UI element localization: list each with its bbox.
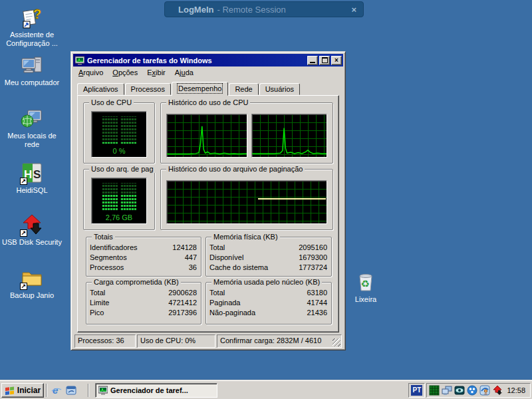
start-button[interactable]: Iniciar bbox=[1, 383, 44, 398]
folder-icon: ↗ bbox=[20, 266, 44, 290]
title-bar[interactable]: Gerenciador de tarefas do Windows × bbox=[73, 54, 343, 66]
desktop-icon-usb-disk-security[interactable]: ↗ USB Disk Security bbox=[0, 213, 64, 247]
windows-logo-icon bbox=[5, 386, 15, 395]
heidisql-icon: H S ↗ bbox=[20, 161, 44, 185]
group-label: Memória usada pelo núcleo (KB) bbox=[211, 278, 322, 286]
logmein-tray-icon[interactable] bbox=[467, 385, 477, 396]
task-manager-app-icon bbox=[98, 386, 108, 395]
pagefile-history-group: Histórico do uso do arquivo de paginação bbox=[160, 169, 333, 230]
desktop-icon-meu-computador[interactable]: Meu computador bbox=[0, 53, 64, 87]
tab-strip: Aplicativos Processos Desempenho Rede Us… bbox=[77, 81, 339, 95]
pagefile-usage-gauge: 2,76 GB bbox=[91, 178, 147, 224]
status-commit: Confirmar carga: 2832M / 4610 bbox=[217, 334, 342, 348]
desktop-icon-label: Lixeira bbox=[355, 295, 376, 304]
shortcut-arrow-icon: ↗ bbox=[20, 283, 27, 290]
svg-text:S: S bbox=[33, 168, 41, 181]
menu-ajuda[interactable]: Ajuda bbox=[170, 67, 198, 78]
tab-rede[interactable]: Rede bbox=[229, 83, 258, 95]
pagefile-usage-group: Uso do arq. de pag 2,76 GB bbox=[83, 169, 155, 230]
logmein-brand: LogMeIn bbox=[178, 5, 213, 15]
desktop-icon-meus-locais[interactable]: Meus locais de rede bbox=[0, 106, 64, 149]
commit-charge-group: Carga comprometida (KB) Total2900628 Lim… bbox=[86, 282, 201, 325]
taskbar-divider bbox=[46, 384, 47, 397]
group-label: Histórico do uso do arquivo de paginação bbox=[166, 165, 305, 173]
quick-launch-explorer-icon[interactable] bbox=[64, 383, 78, 398]
usb-disk-security-icon: ↗ bbox=[20, 213, 44, 237]
language-indicator[interactable]: PT bbox=[408, 383, 425, 398]
task-manager-app-icon bbox=[75, 56, 84, 65]
desktop-icon-label: HeidiSQL bbox=[16, 186, 47, 195]
table-row: Não-paginada21436 bbox=[206, 308, 331, 318]
logmein-session-label: - Remote Session bbox=[217, 5, 285, 15]
status-bar: Processos: 36 Uso de CPU: 0% Confirmar c… bbox=[74, 334, 342, 348]
cpu-usage-gauge: 0 % bbox=[91, 111, 147, 158]
svg-text:♻: ♻ bbox=[361, 278, 370, 289]
table-row: Segmentos447 bbox=[86, 253, 201, 263]
tab-desempenho[interactable]: Desempenho bbox=[172, 82, 228, 96]
network-places-icon bbox=[20, 106, 44, 130]
menu-arquivo[interactable]: Arquivo bbox=[74, 67, 108, 78]
recycle-bin-icon: ♻ bbox=[354, 270, 378, 294]
group-label: Uso de CPU bbox=[89, 98, 134, 106]
task-manager-window: Gerenciador de tarefas do Windows × Arqu… bbox=[70, 51, 346, 350]
desktop-icon-label: Assistente de Configuração ... bbox=[0, 31, 64, 48]
resize-grip[interactable] bbox=[332, 338, 340, 346]
group-label: Carga comprometida (KB) bbox=[92, 278, 181, 286]
taskbar-button-task-manager[interactable]: Gerenciador de taref... bbox=[95, 383, 217, 398]
table-row: Identificadores124128 bbox=[86, 243, 201, 253]
group-label: Histórico do uso de CPU bbox=[166, 98, 250, 106]
desktop-icon-assistente[interactable]: ? Assistente de Configuração ... bbox=[0, 5, 64, 48]
status-processes: Processos: 36 bbox=[74, 334, 136, 348]
taskbar-clock[interactable]: 12:58 bbox=[505, 386, 528, 394]
table-row: Processos36 bbox=[86, 263, 201, 273]
eye-monitor-icon[interactable] bbox=[454, 385, 465, 396]
tray-icons-area: 12:58 bbox=[426, 383, 531, 398]
menu-opcoes[interactable]: Opções bbox=[108, 67, 142, 78]
physical-memory-group: Memória física (KB) Total2095160 Disponí… bbox=[205, 237, 332, 277]
cpu-usage-value: 0 % bbox=[92, 147, 146, 155]
performance-tab-page: Uso de CPU 0 % Histórico do uso de CPU U… bbox=[77, 95, 339, 332]
maximize-button[interactable] bbox=[319, 56, 330, 65]
group-label: Uso do arq. de pag bbox=[89, 165, 156, 173]
desktop-icon-backup-janio[interactable]: ↗ Backup Janio bbox=[0, 266, 64, 300]
tab-aplicativos[interactable]: Aplicativos bbox=[77, 83, 124, 95]
network-computers-icon[interactable] bbox=[442, 385, 452, 396]
cpu-history-graph-2 bbox=[251, 114, 327, 158]
tab-processos[interactable]: Processos bbox=[125, 83, 171, 95]
close-button[interactable]: × bbox=[331, 56, 342, 65]
table-row: Total2095160 bbox=[206, 243, 331, 253]
shortcut-arrow-icon: ↗ bbox=[20, 229, 27, 237]
wizard-icon: ? bbox=[20, 5, 44, 29]
desktop-icon-label: USB Disk Security bbox=[2, 238, 62, 247]
window-title: Gerenciador de tarefas do Windows bbox=[87, 57, 306, 65]
desktop-icon-label: Meu computador bbox=[5, 78, 60, 87]
network-activity-icon[interactable] bbox=[429, 385, 440, 396]
taskbar-divider bbox=[88, 384, 89, 397]
table-row: Limite4721412 bbox=[86, 298, 201, 308]
cpu-history-group: Histórico do uso de CPU bbox=[160, 102, 333, 164]
quick-launch-ie-icon[interactable]: e bbox=[49, 383, 64, 398]
table-row: Disponível1679300 bbox=[206, 253, 331, 263]
desktop-icon-lixeira[interactable]: ♻ Lixeira bbox=[339, 270, 392, 304]
system-tray: PT 12:58 bbox=[408, 383, 531, 398]
shortcut-arrow-icon: ↗ bbox=[20, 178, 27, 185]
tab-usuarios[interactable]: Usuários bbox=[259, 83, 300, 95]
desktop-icon-heidisql[interactable]: H S ↗ HeidiSQL bbox=[0, 161, 64, 195]
status-cpu: Uso de CPU: 0% bbox=[137, 334, 215, 348]
menu-bar: Arquivo Opções Exibir Ajuda bbox=[73, 66, 343, 78]
pagefile-history-graph bbox=[166, 180, 327, 224]
banner-close-icon[interactable]: × bbox=[351, 5, 356, 15]
table-row: Total63180 bbox=[206, 288, 331, 298]
minimize-button[interactable] bbox=[307, 56, 318, 65]
usb-disk-security-tray-icon[interactable] bbox=[492, 385, 503, 396]
desktop-icon-label: Backup Janio bbox=[10, 291, 54, 300]
my-computer-icon bbox=[20, 53, 44, 77]
table-row: Pico2917396 bbox=[86, 308, 201, 318]
group-label: Totais bbox=[92, 233, 115, 241]
remote-session-user-icon[interactable] bbox=[479, 385, 490, 396]
menu-exibir[interactable]: Exibir bbox=[142, 67, 170, 78]
table-row: Total2900628 bbox=[86, 288, 201, 298]
pagefile-usage-value: 2,76 GB bbox=[92, 213, 146, 221]
table-row: Cache do sistema1773724 bbox=[206, 263, 331, 273]
cpu-usage-group: Uso de CPU 0 % bbox=[83, 102, 155, 164]
